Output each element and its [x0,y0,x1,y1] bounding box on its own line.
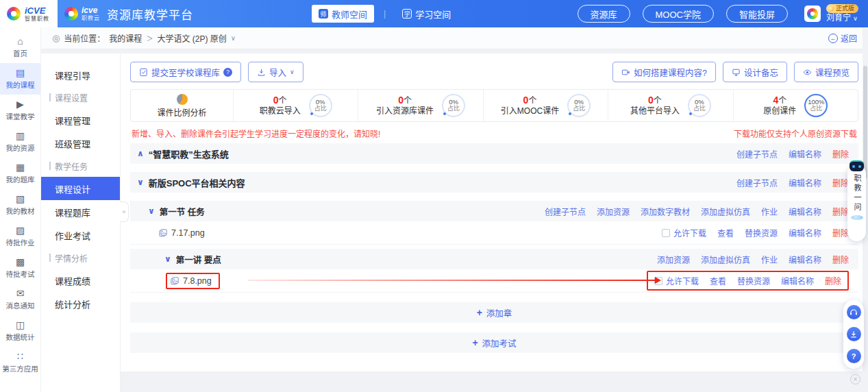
plus-icon: + [472,337,478,348]
version-badge: 正式版 [826,4,858,13]
help-icon[interactable]: ? [847,349,861,363]
breadcrumb-current-course[interactable]: 大学语文 (2P) 原创 [157,32,226,44]
image-file-icon [159,229,167,237]
notice-row: 新增、导入、删除课件会引起学生学习进度一定程度的变化，请知晓! 下载功能仅支持个… [132,127,857,139]
sidebar-item-my-resources[interactable]: ▥我的资源 [0,126,40,158]
edit-name-link[interactable]: 编辑名称 [789,206,821,217]
avatar[interactable] [804,5,821,22]
menu-course-grades[interactable]: 课程成绩 [41,269,120,292]
create-child-node-link[interactable]: 创建子节点 [736,177,778,188]
percent-ring: 0%占比 [567,94,591,117]
sidebar-item-pending-exam[interactable]: ▩待批考试 [0,252,40,284]
add-digital-textbook-link[interactable]: 添加数字教材 [641,206,690,217]
sidebar-item-classroom-teaching[interactable]: ▶课堂教学 [0,95,40,126]
chevron-up-icon[interactable]: ∧ [137,149,144,158]
chevron-down-icon: ∨ [853,15,858,22]
add-resource-link[interactable]: 添加资源 [657,254,690,265]
header-nav: 师 教师空间 | 学 学习空间 [312,5,458,23]
delete-link[interactable]: 删除 [832,227,849,238]
location-icon: ◎ [52,33,60,43]
monitor-icon [732,68,741,77]
add-virtual-simulation-link[interactable]: 添加虚拟仿真 [701,206,750,217]
homework-link[interactable]: 作业 [761,254,778,265]
delete-link[interactable]: 删除 [832,254,849,265]
submit-to-school-library-button[interactable]: 提交至学校课程库 ? [130,62,241,82]
stat-mooc-import: 0个引入MOOC课件 0%占比 [484,90,608,121]
menu-statistical-analysis[interactable]: 统计分析 [41,292,120,315]
sidebar-item-home[interactable]: ⌂首页 [0,32,40,63]
close-floating-toolbar-icon[interactable]: × [850,374,860,384]
file-name[interactable]: 7.17.png [171,228,205,238]
view-link[interactable]: 查看 [717,227,734,238]
homework-link[interactable]: 作业 [761,206,778,217]
import-dropdown-button[interactable]: 导入 ∨ [248,62,303,82]
course-preview-button[interactable]: 课程预览 [794,62,858,82]
help-circle-icon[interactable]: ? [223,68,232,77]
chevron-down-icon[interactable]: ∨ [231,34,236,42]
my-courses-icon: ▤ [16,68,25,77]
download-icon[interactable] [847,327,861,341]
sidebar-item-messages[interactable]: ✉消息通知 [0,284,40,315]
add-chapter-button[interactable]: + 添加章 [130,302,858,323]
edit-name-link[interactable]: 编辑名称 [789,148,821,160]
delete-link[interactable]: 删除 [832,148,849,160]
allow-download-label[interactable]: 允许下载 [666,275,699,286]
menu-course-question-bank[interactable]: 课程题库 [41,200,120,223]
highlight-box-file: 7.8.png [166,273,220,289]
breadcrumb-my-courses[interactable]: 我的课程 [109,32,142,44]
add-resource-link[interactable]: 添加资源 [597,206,630,217]
third-party-apps-icon: ∷ [17,352,23,361]
sidebar-item-question-bank[interactable]: ▦我的题库 [0,158,40,189]
scrollbar-thumb[interactable] [863,66,867,179]
allow-download-label[interactable]: 允许下载 [673,227,706,238]
sidebar-item-pending-homework[interactable]: ▨待批作业 [0,221,40,252]
create-child-node-link[interactable]: 创建子节点 [736,148,778,160]
menu-class-management[interactable]: 班级管理 [41,132,120,155]
nav-learning-space[interactable]: 学 学习空间 [395,5,458,23]
design-memo-button[interactable]: 设计备忘 [723,62,787,82]
create-child-node-link[interactable]: 创建子节点 [545,206,586,217]
file-name[interactable]: 7.8.png [183,276,212,286]
edit-name-link[interactable]: 编辑名称 [789,254,821,265]
back-button[interactable]: ← 返回 [828,32,857,44]
menu-course-management[interactable]: 课程管理 [41,108,120,132]
add-virtual-simulation-link[interactable]: 添加虚拟仿真 [701,254,750,265]
assistant-widget[interactable]: 职教一问 [847,164,866,241]
chevron-down-icon[interactable]: ∨ [137,177,144,187]
delete-link[interactable]: 删除 [832,206,849,217]
allow-download-checkbox[interactable] [662,229,670,237]
mooc-academy-button[interactable]: MOOC学院 [643,5,714,23]
username[interactable]: 刘育宁 ∨ [826,13,858,23]
edit-name-link[interactable]: 编辑名称 [781,275,814,286]
delete-link[interactable]: 删除 [825,275,841,286]
view-link[interactable]: 查看 [710,275,726,286]
chevron-down-icon[interactable]: ∨ [148,206,155,216]
user-menu[interactable]: 正式版 刘育宁 ∨ [804,4,858,23]
video-icon [621,68,630,77]
smart-casting-button[interactable]: 智能投屏 [726,5,788,23]
nav-learning-label: 学习空间 [415,8,451,21]
add-exam-button[interactable]: + 添加考试 [130,332,858,353]
sidebar-collapse-handle[interactable]: « [120,201,129,222]
menu-course-design[interactable]: 课程设计 [41,177,120,200]
replace-resource-link[interactable]: 替换资源 [745,227,778,238]
my-resources-icon: ▥ [16,131,25,140]
sidebar-item-third-party[interactable]: ∷第三方应用 [0,347,40,378]
section-row-task: ∨ 第一节 任务 创建子节点 添加资源 添加数字教材 添加虚拟仿真 作业 编辑名… [130,201,858,221]
sidebar-item-my-courses[interactable]: ▤我的课程 [0,63,40,95]
sidebar-item-statistics[interactable]: ◫数据统计 [0,315,40,347]
resource-library-button[interactable]: 资源库 [578,5,630,23]
logo1-sub: 智慧职教 [25,16,49,22]
replace-resource-link[interactable]: 替换资源 [737,275,770,286]
delete-link[interactable]: 删除 [832,177,849,188]
chevron-down-icon[interactable]: ∨ [164,254,171,264]
support-icon[interactable] [847,305,861,319]
nav-teacher-space[interactable]: 师 教师空间 [312,5,374,23]
edit-name-link[interactable]: 编辑名称 [789,177,821,188]
section-title: 第一节 任务 [160,205,205,218]
menu-course-guide[interactable]: 课程引导 [41,63,120,86]
edit-name-link[interactable]: 编辑名称 [789,227,821,238]
how-to-build-content-button[interactable]: 如何搭建课程内容? [612,62,716,82]
menu-homework-exam[interactable]: 作业考试 [41,223,120,247]
sidebar-item-textbook[interactable]: ▧我的教材 [0,189,40,221]
